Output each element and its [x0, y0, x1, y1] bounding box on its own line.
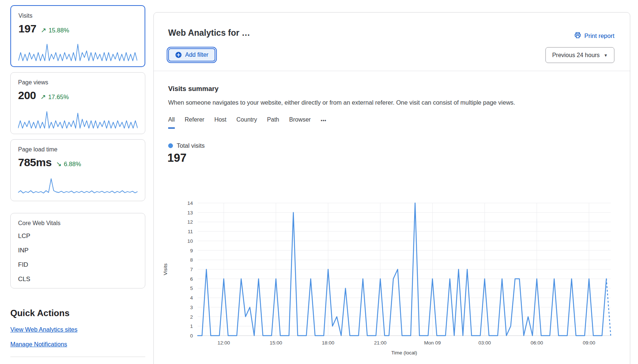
- tab-browser[interactable]: Browser: [289, 116, 311, 129]
- svg-text:12:00: 12:00: [218, 340, 230, 346]
- card-title: Page views: [18, 79, 138, 86]
- svg-text:Visits: Visits: [163, 263, 168, 275]
- svg-text:0: 0: [190, 333, 193, 339]
- visits-summary-description: When someone navigates to your website, …: [168, 99, 515, 106]
- svg-text:13: 13: [187, 210, 193, 216]
- trend: ↘ 6.88%: [56, 160, 81, 168]
- card-value: 200: [18, 89, 36, 102]
- legend-dot-icon: [168, 143, 173, 148]
- legend-label: Total visits: [177, 142, 205, 149]
- svg-text:12: 12: [187, 219, 193, 225]
- svg-text:9: 9: [190, 248, 193, 253]
- svg-text:14: 14: [187, 200, 193, 206]
- tab-host[interactable]: Host: [214, 116, 226, 129]
- visits-sparkline: [18, 43, 137, 62]
- svg-text:21:00: 21:00: [374, 340, 386, 346]
- time-range-value: Previous 24 hours: [552, 52, 600, 59]
- legend-total-visits[interactable]: Total visits: [168, 142, 205, 149]
- svg-text:1: 1: [190, 323, 193, 329]
- print-report-link[interactable]: Print report: [574, 32, 614, 40]
- printer-icon: [574, 32, 581, 40]
- trend: ↗ 15.88%: [41, 26, 69, 34]
- print-report-label: Print report: [584, 32, 614, 39]
- page-title: Web Analytics for …: [168, 28, 250, 38]
- svg-text:15:00: 15:00: [270, 340, 282, 346]
- cwv-row-lcp: LCP: [18, 232, 138, 240]
- trend: ↗ 17.65%: [41, 93, 69, 101]
- panel-divider: [154, 71, 630, 71]
- core-web-vitals-card[interactable]: Core Web Vitals LCP INP FID CLS: [10, 213, 145, 288]
- svg-text:06:00: 06:00: [531, 340, 543, 346]
- trend-percent: 6.88%: [64, 161, 81, 168]
- tab-path[interactable]: Path: [267, 116, 279, 129]
- card-title: Core Web Vitals: [18, 220, 138, 227]
- card-value: 197: [18, 22, 37, 35]
- cwv-label: INP: [18, 247, 37, 254]
- sidebar-divider: [10, 357, 145, 357]
- quick-actions-title: Quick Actions: [10, 308, 145, 318]
- svg-text:18:00: 18:00: [322, 340, 334, 346]
- tab-all[interactable]: All: [168, 116, 175, 129]
- svg-text:5: 5: [190, 286, 193, 291]
- trend-up-icon: ↗: [41, 93, 46, 101]
- plus-circle-icon: [175, 52, 182, 58]
- svg-text:Mon 09: Mon 09: [424, 340, 441, 346]
- svg-text:11: 11: [188, 229, 193, 234]
- visits-line-chart[interactable]: 0123456789101112131412:0015:0018:0021:00…: [159, 176, 627, 364]
- cwv-row-inp: INP: [18, 247, 138, 254]
- visits-summary-title: Visits summary: [168, 85, 218, 93]
- metric-card-page-load-time[interactable]: Page load time 785ms ↘ 6.88%: [10, 139, 145, 201]
- svg-text:4: 4: [190, 295, 193, 301]
- cwv-row-fid: FID: [18, 261, 138, 269]
- svg-text:03:00: 03:00: [478, 340, 491, 346]
- quick-actions-section: Quick Actions View Web Analytics sites M…: [10, 308, 145, 348]
- page-load-time-sparkline: [18, 178, 138, 196]
- cwv-row-cls: CLS: [18, 276, 138, 283]
- total-visits-value: 197: [167, 151, 187, 165]
- svg-text:Time (local): Time (local): [391, 350, 417, 356]
- view-web-analytics-sites-link[interactable]: View Web Analytics sites: [10, 326, 77, 333]
- web-analytics-panel: Web Analytics for … Print report Add fil…: [153, 12, 630, 364]
- add-filter-label: Add filter: [185, 52, 208, 58]
- trend-percent: 15.88%: [49, 27, 69, 34]
- tab-country[interactable]: Country: [236, 116, 257, 129]
- trend-down-icon: ↘: [56, 160, 62, 168]
- svg-text:2: 2: [190, 314, 193, 320]
- time-range-dropdown[interactable]: Previous 24 hours ▼: [545, 47, 614, 63]
- metric-card-visits[interactable]: Visits 197 ↗ 15.88%: [10, 5, 145, 67]
- metric-card-page-views[interactable]: Page views 200 ↗ 17.65%: [10, 72, 145, 134]
- trend-percent: 17.65%: [48, 94, 69, 101]
- svg-text:7: 7: [190, 267, 193, 272]
- manage-notifications-link[interactable]: Manage Notifications: [10, 341, 67, 348]
- trend-up-icon: ↗: [41, 26, 46, 34]
- summary-tabs: All Referer Host Country Path Browser ••…: [168, 116, 326, 129]
- card-title: Page load time: [18, 146, 138, 153]
- cwv-label: FID: [18, 261, 37, 269]
- svg-text:09:00: 09:00: [583, 340, 595, 346]
- cwv-label: LCP: [18, 232, 37, 240]
- svg-text:10: 10: [187, 238, 193, 244]
- svg-text:8: 8: [190, 257, 193, 263]
- add-filter-button[interactable]: Add filter: [168, 48, 215, 62]
- card-title: Visits: [18, 13, 137, 19]
- chevron-down-icon: ▼: [604, 53, 608, 57]
- page-views-sparkline: [18, 111, 138, 129]
- svg-text:6: 6: [190, 276, 193, 282]
- tab-referer[interactable]: Referer: [185, 116, 204, 129]
- svg-text:3: 3: [190, 305, 193, 310]
- tab-more-ellipsis-icon[interactable]: •••: [321, 116, 327, 129]
- card-value: 785ms: [18, 156, 52, 169]
- cwv-label: CLS: [18, 276, 37, 283]
